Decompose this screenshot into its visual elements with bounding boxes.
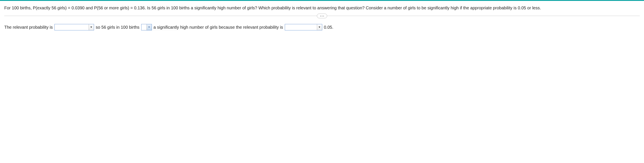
comparison-dropdown[interactable] (285, 24, 322, 30)
chevron-down-icon (146, 24, 152, 30)
answer-text-part2: so 56 girls in 100 births (96, 25, 140, 30)
svg-marker-0 (90, 26, 92, 28)
chevron-down-icon (317, 24, 322, 30)
answer-text-part1: The relevant probability is (4, 25, 53, 30)
answer-text-part4: 0.05. (324, 25, 333, 30)
relevant-probability-dropdown[interactable] (54, 24, 94, 30)
svg-marker-2 (318, 26, 320, 28)
dropdown-value (55, 24, 89, 30)
chevron-down-icon (89, 24, 94, 30)
section-divider (4, 16, 640, 16)
expand-pill[interactable] (317, 13, 327, 18)
ellipsis-icon (320, 16, 324, 16)
is-isnot-dropdown[interactable]: is not is (141, 24, 152, 30)
answer-text-part3: a significantly high number of girls bec… (154, 25, 283, 30)
svg-marker-1 (148, 26, 150, 28)
dropdown-value (142, 24, 146, 30)
dropdown-value (285, 24, 317, 30)
